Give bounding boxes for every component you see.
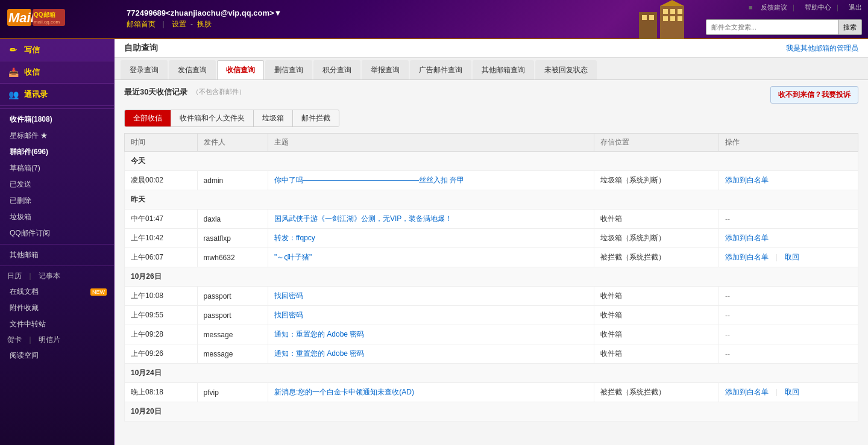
date-section-row: 10月20日 [125,402,858,422]
file-transfer-label: 文件中转站 [10,319,46,329]
write-button[interactable]: ✏ 写信 [0,39,114,61]
mail-actions: -- [719,306,858,325]
filter-tab-全部收信[interactable]: 全部收信 [125,110,171,126]
sidebar-divider-1 [0,108,114,109]
mail-time: 中午01:47 [125,210,198,229]
mail-subject[interactable]: 找回密码 [268,287,594,306]
sidebar-item-file-transfer[interactable]: 文件中转站 [0,316,114,332]
sidebar-item-attachments[interactable]: 附件收藏 [0,300,114,316]
mail-sender: rasatflxp [197,229,268,248]
filter-tab-收件箱和个人文件夹[interactable]: 收件箱和个人文件夹 [171,110,254,126]
sidebar-item-subscribe[interactable]: QQ邮件订阅 [0,225,114,241]
sidebar-item-starred[interactable]: 星标邮件 ★ [0,128,114,144]
mail-subject[interactable]: 通知：重置您的 Adobe 密码 [268,344,594,364]
logo-mail-icon: Mail QQ邮箱 mail.qq.com [6,4,66,34]
complaint-button[interactable]: 收不到来信？我要投诉 [770,86,858,104]
date-section-row: 10月24日 [125,364,858,383]
contacts-button[interactable]: 👥 通讯录 [0,84,114,106]
header-right: ■ 反馈建议 ｜ 帮助中心 ｜ 退出 搜索 [706,0,862,38]
action-sep: ｜ [771,388,782,396]
mail-location: 垃圾箱（系统判断） [594,229,719,248]
sidebar-item-drafts[interactable]: 草稿箱(7) [0,160,114,176]
action-link-添加到白名单[interactable]: 添加到白名单 [725,176,769,184]
svg-rect-14 [678,16,682,21]
help-link[interactable]: 帮助中心 [805,4,831,11]
date-section-row: 今天 [125,152,858,171]
search-button[interactable]: 搜索 [838,19,862,35]
table-row: 上午09:26message通知：重置您的 Adobe 密码收件箱-- [125,344,858,364]
sidebar-item-other-mailbox[interactable]: 其他邮箱 [0,247,114,263]
page-title: 自助查询 [124,43,158,54]
attachments-label: 附件收藏 [10,303,39,313]
main-layout: ✏ 写信 📥 收信 👥 通讯录 收件箱(1808) 星标邮件 ★ 群邮件(696… [0,39,868,445]
top-pipe: ■ [749,4,753,11]
svg-text:mail.qq.com: mail.qq.com [34,19,60,25]
mail-time: 上午10:42 [125,229,198,248]
action-link-取回[interactable]: 取回 [785,388,799,396]
date-section-row: 昨天 [125,190,858,210]
action-text: -- [725,350,730,358]
mail-location: 被拦截（系统拦截） [594,383,719,402]
mail-actions: -- [719,325,858,344]
sidebar-cards-group: 贺卡 ｜ 明信片 [0,332,114,347]
tab-广告邮件查询[interactable]: 广告邮件查询 [410,60,471,79]
mail-sender: mwh6632 [197,248,268,267]
tab-未被回复状态[interactable]: 未被回复状态 [535,60,597,79]
sidebar-item-reading[interactable]: 阅读空间 [0,347,114,364]
action-text: -- [725,311,730,320]
greeting-link[interactable]: 贺卡 [7,335,22,345]
nav-settings-link[interactable]: 设置 [172,20,186,28]
nav-switch-link[interactable]: 换肤 [197,20,212,28]
logout-link[interactable]: 退出 [849,4,862,11]
action-link-添加到白名单[interactable]: 添加到白名单 [725,253,769,261]
sidebar-item-docs[interactable]: 在线文档 NEW [0,284,114,300]
nav-home-link[interactable]: 邮箱首页 [127,20,156,28]
th-操作: 操作 [719,134,858,152]
tab-删信查询[interactable]: 删信查询 [265,60,312,79]
sidebar-item-sent[interactable]: 已发送 [0,176,114,193]
filter-tab-邮件拦截[interactable]: 邮件拦截 [293,110,339,126]
action-link-添加到白名单[interactable]: 添加到白名单 [725,388,769,396]
docs-badge: NEW [90,288,107,296]
action-link-添加到白名单[interactable]: 添加到白名单 [725,234,769,242]
search-input[interactable] [706,19,838,35]
tab-其他邮箱查询[interactable]: 其他邮箱查询 [473,60,534,79]
mail-subject[interactable]: 国风武侠手游《一剑江湖》公测，无VIP，装备满地爆！ [268,210,594,229]
util-sep1: ｜ [27,271,34,281]
sidebar-item-spam[interactable]: 垃圾箱 [0,209,114,225]
tab-举报查询[interactable]: 举报查询 [362,60,409,79]
docs-label: 在线文档 [10,287,39,297]
record-header: 最近30天收信记录 （不包含群邮件） 收不到来信？我要投诉 [124,86,858,104]
th-主题: 主题 [268,134,594,152]
calendar-link[interactable]: 日历 [7,271,22,281]
notepad-link[interactable]: 记事本 [39,271,60,281]
sidebar-item-inbox[interactable]: 收件箱(1808) [0,111,114,128]
svg-text:QQ邮箱: QQ邮箱 [34,11,55,18]
tab-登录查询[interactable]: 登录查询 [121,60,168,79]
reading-label: 阅读空间 [10,350,39,361]
filter-tab-垃圾箱[interactable]: 垃圾箱 [254,110,293,126]
mail-table: 时间发件人主题存信位置操作 今天凌晨00:02admin你中了吗————————… [124,133,858,422]
mail-subject[interactable]: "～ς叶子猪" [268,248,594,267]
mail-subject[interactable]: 找回密码 [268,306,594,325]
mail-subject[interactable]: 转发：ffqpcy [268,229,594,248]
tab-收信查询[interactable]: 收信查询 [217,60,264,79]
receive-button[interactable]: 📥 收信 [0,61,114,84]
filter-tabs: 全部收信收件箱和个人文件夹垃圾箱邮件拦截 [124,110,339,127]
feedback-link[interactable]: 反馈建议 [761,4,787,11]
tab-积分查询[interactable]: 积分查询 [313,60,360,79]
mail-time: 上午06:07 [125,248,198,267]
nav-sep2: - [190,20,195,28]
sidebar-item-group[interactable]: 群邮件(696) [0,144,114,160]
logo: Mail QQ邮箱 mail.qq.com [6,2,121,36]
mail-subject[interactable]: 新消息:您的一个白金卡申领通知未查收(AD) [268,383,594,402]
admin-link[interactable]: 我是其他邮箱的管理员 [786,43,858,54]
record-title: 最近30天收信记录 （不包含群邮件） [124,87,245,98]
tab-发信查询[interactable]: 发信查询 [169,60,216,79]
action-link-取回[interactable]: 取回 [785,253,799,261]
mail-subject[interactable]: 你中了吗————————————————丝丝入扣 奔甲 [268,171,594,190]
postcard-link[interactable]: 明信片 [39,335,60,345]
sidebar-item-deleted[interactable]: 已删除 [0,193,114,209]
mail-subject[interactable]: 通知：重置您的 Adobe 密码 [268,325,594,344]
table-header-row: 时间发件人主题存信位置操作 [125,134,858,152]
